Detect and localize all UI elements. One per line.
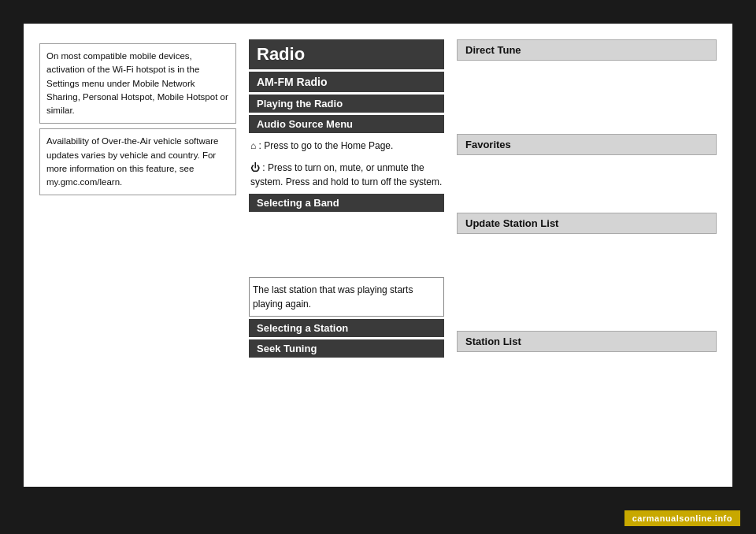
body-last-station: The last station that was playing starts…	[249, 277, 444, 317]
header-amfm: AM-FM Radio	[249, 72, 444, 92]
right-column: Direct Tune Favorites Update Station Lis…	[449, 39, 717, 471]
left-column: On most compatible mobile devices, activ…	[39, 39, 244, 471]
header-playing-radio: Playing the Radio	[249, 95, 444, 113]
power-icon: ⏻	[250, 162, 260, 173]
body-power-press: ⏻ : Press to turn on, mute, or unmute th…	[249, 158, 444, 192]
header-radio: Radio	[249, 39, 444, 69]
note-wifi: On most compatible mobile devices, activ…	[39, 43, 236, 124]
note-wifi-text: On most compatible mobile devices, activ…	[46, 51, 228, 115]
header-seek-tuning: Seek Tuning	[249, 339, 444, 358]
mid-column: Radio AM-FM Radio Playing the Radio Audi…	[244, 39, 449, 471]
header-selecting-station: Selecting a Station	[249, 319, 444, 337]
header-selecting-band: Selecting a Band	[249, 194, 444, 212]
watermark: carmanualsonline.info	[624, 510, 740, 526]
note-ota: Availability of Over-the-Air vehicle sof…	[39, 128, 236, 195]
header-audio-source: Audio Source Menu	[249, 115, 444, 133]
header-favorites: Favorites	[457, 134, 717, 155]
body-home-press: ⌂ : Press to go to the Home Page.	[249, 135, 444, 156]
note-ota-text: Availability of Over-the-Air vehicle sof…	[46, 136, 218, 187]
header-update-station-list: Update Station List	[457, 213, 717, 234]
home-icon: ⌂	[250, 140, 256, 151]
header-station-list: Station List	[457, 331, 717, 352]
header-direct-tune: Direct Tune	[457, 39, 717, 61]
